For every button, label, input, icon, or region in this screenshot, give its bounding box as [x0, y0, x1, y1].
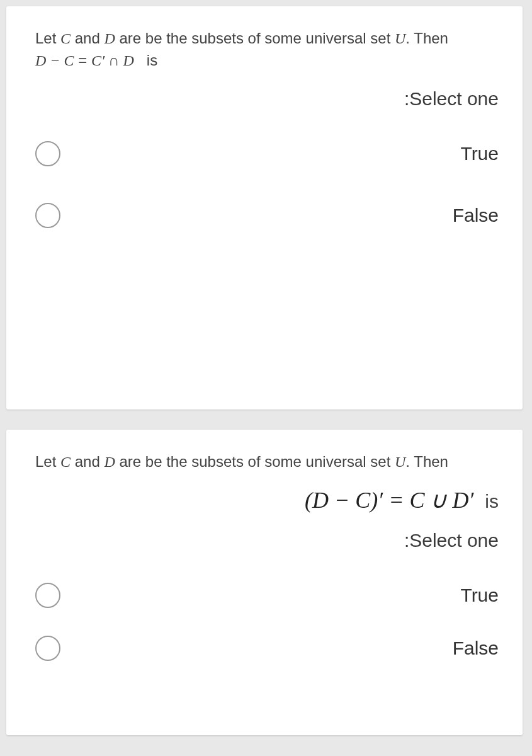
radio-icon[interactable] [35, 141, 60, 166]
options-2: True False [35, 583, 501, 661]
option-label: False [453, 638, 499, 659]
question-2-text: Let C and D are be the subsets of some u… [35, 451, 501, 473]
question-2-equation: (D − C)′ = C ∪ D′is [35, 487, 501, 513]
option-1-true[interactable]: True [35, 141, 501, 166]
select-one-label-1: :Select one [35, 88, 501, 110]
option-label: True [460, 585, 499, 606]
option-2-true[interactable]: True [35, 583, 501, 608]
radio-icon[interactable] [35, 203, 60, 228]
question-card-2: Let C and D are be the subsets of some u… [6, 430, 523, 735]
select-one-label-2: :Select one [35, 530, 501, 551]
radio-icon[interactable] [35, 583, 60, 608]
question-1-text: Let C and D are be the subsets of some u… [35, 28, 501, 72]
radio-icon[interactable] [35, 636, 60, 661]
option-1-false[interactable]: False [35, 203, 501, 228]
options-1: True False [35, 141, 501, 228]
question-card-1: Let C and D are be the subsets of some u… [6, 6, 523, 410]
option-label: False [453, 205, 499, 226]
option-2-false[interactable]: False [35, 636, 501, 661]
option-label: True [460, 143, 499, 164]
